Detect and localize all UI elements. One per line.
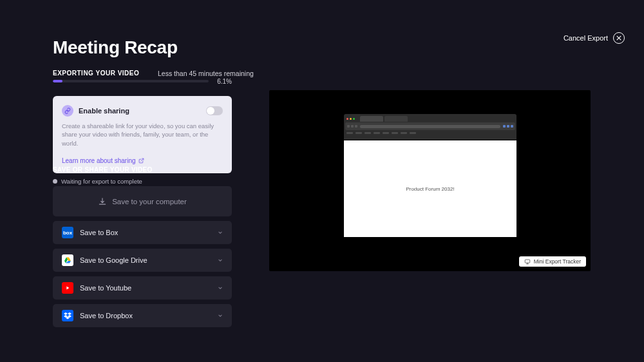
external-link-icon: [138, 158, 144, 164]
save-to-google-drive-label: Save to Google Drive: [80, 256, 147, 264]
learn-more-link[interactable]: Learn more about sharing: [62, 157, 144, 164]
enable-sharing-toggle[interactable]: [206, 106, 223, 115]
cancel-export-button[interactable]: Cancel Export: [564, 32, 625, 44]
waiting-dot-icon: [53, 179, 57, 184]
svg-rect-0: [525, 260, 530, 263]
sharing-description: Create a shareable link for your video, …: [62, 122, 223, 148]
export-remaining-label: Less than 45 minutes remaining: [158, 70, 254, 77]
preview-bookmarks-row: [344, 130, 516, 136]
preview-tab: [384, 116, 408, 122]
sharing-card: Enable sharing Create a shareable link f…: [53, 96, 232, 173]
progress-track: [53, 80, 209, 82]
download-icon: [98, 197, 107, 206]
toggle-knob: [207, 107, 214, 115]
save-to-google-drive-button[interactable]: Save to Google Drive: [53, 249, 232, 272]
tracker-icon: [524, 258, 531, 265]
progress-percent: 6.1%: [217, 78, 232, 85]
box-icon: box: [62, 227, 73, 238]
progress-fill: [53, 80, 62, 82]
preview-browser-chrome: [344, 114, 516, 140]
sharing-header: Enable sharing: [62, 105, 223, 117]
preview-tab-row: [344, 114, 516, 122]
save-section-label: SAVE OR SHARE YOUR VIDEO: [53, 166, 153, 173]
save-to-box-button[interactable]: box Save to Box: [53, 221, 232, 244]
close-icon: [613, 32, 625, 44]
link-icon: [62, 105, 73, 117]
youtube-icon: [62, 282, 73, 294]
save-to-computer-label: Save to your computer: [112, 198, 187, 205]
preview-url-bar: [360, 125, 500, 128]
waiting-label: Waiting for export to complete: [61, 178, 142, 185]
dropbox-icon: [62, 310, 73, 321]
mini-export-tracker-button[interactable]: Mini Export Tracker: [519, 256, 586, 267]
preview-tab: [360, 116, 383, 122]
google-drive-icon: [62, 254, 73, 266]
mini-tracker-label: Mini Export Tracker: [534, 258, 581, 265]
save-to-dropbox-label: Save to Dropbox: [80, 312, 133, 319]
chevron-down-icon: [218, 258, 223, 263]
video-preview: Product Forum 2032! Mini Export Tracker: [269, 90, 591, 271]
chevron-down-icon: [218, 285, 223, 291]
save-list: Save to your computer box Save to Box Sa…: [53, 186, 232, 332]
learn-more-label: Learn more about sharing: [62, 157, 136, 164]
preview-url-row: [345, 122, 515, 130]
chevron-down-icon: [218, 230, 223, 235]
export-status-label: EXPORTING YOUR VIDEO: [53, 70, 139, 77]
sharing-title: Enable sharing: [79, 107, 129, 115]
save-to-youtube-button[interactable]: Save to Youtube: [53, 276, 232, 300]
progress-bar: 6.1%: [53, 80, 232, 82]
traffic-lights-icon: [346, 118, 355, 120]
save-to-youtube-label: Save to Youtube: [80, 284, 131, 292]
save-to-computer-button[interactable]: Save to your computer: [53, 186, 232, 216]
waiting-row: Waiting for export to complete: [53, 178, 142, 185]
preview-document-title: Product Forum 2032!: [406, 186, 454, 192]
page-title: Meeting Recap: [53, 37, 178, 58]
save-to-box-label: Save to Box: [80, 229, 118, 236]
preview-document: Product Forum 2032!: [344, 140, 516, 237]
cancel-export-label: Cancel Export: [564, 34, 608, 42]
save-to-dropbox-button[interactable]: Save to Dropbox: [53, 304, 232, 327]
chevron-down-icon: [218, 313, 223, 318]
